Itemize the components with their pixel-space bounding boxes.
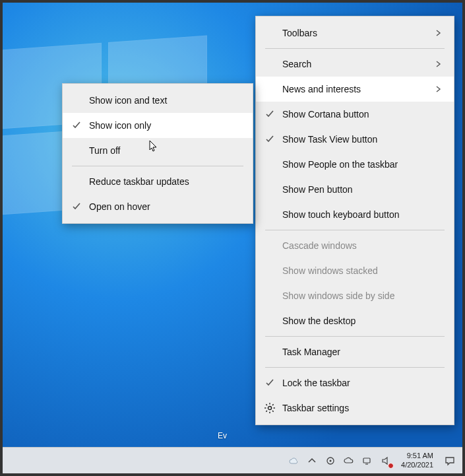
menu-label: Task Manager xyxy=(282,347,443,357)
menu-item-cortana[interactable]: Show Cortana button xyxy=(256,102,454,127)
separator xyxy=(265,336,445,337)
onedrive-icon[interactable] xyxy=(343,455,355,467)
menu-item-pen[interactable]: Show Pen button xyxy=(256,177,454,202)
clock-time: 9:51 AM xyxy=(401,452,433,460)
error-badge-icon xyxy=(388,463,394,469)
news-interests-submenu: Show icon and text Show icon only Turn o… xyxy=(62,83,253,224)
menu-label: Search xyxy=(282,59,427,69)
chevron-right-icon xyxy=(434,59,443,69)
chevron-right-icon xyxy=(434,85,443,94)
system-tray: 9:51 AM 4/20/2021 xyxy=(284,448,462,473)
menu-item-show-desktop[interactable]: Show the desktop xyxy=(256,308,454,333)
menu-item-cascade: Cascade windows xyxy=(256,233,454,258)
svg-point-2 xyxy=(330,459,332,461)
svg-rect-3 xyxy=(363,458,370,463)
menu-label: Show People on the taskbar xyxy=(282,159,443,170)
menu-label: Reduce taskbar updates xyxy=(89,176,242,187)
menu-label: Show touch keyboard button xyxy=(282,209,443,220)
watermark-text: Ev xyxy=(218,431,227,440)
svg-point-0 xyxy=(268,406,271,409)
menu-label: Toolbars xyxy=(282,28,427,38)
submenu-item-icon-text[interactable]: Show icon and text xyxy=(63,88,253,113)
action-center-icon[interactable] xyxy=(443,454,457,468)
menu-item-taskbar-settings[interactable]: Taskbar settings xyxy=(256,395,454,421)
menu-item-stacked: Show windows stacked xyxy=(256,258,454,283)
check-icon xyxy=(264,377,276,389)
gear-icon xyxy=(264,402,276,414)
volume-icon[interactable] xyxy=(380,455,392,467)
menu-item-task-manager[interactable]: Task Manager xyxy=(256,339,454,364)
menu-item-news-interests[interactable]: News and interests xyxy=(256,77,454,102)
menu-item-search[interactable]: Search xyxy=(256,51,454,77)
menu-label: Show windows stacked xyxy=(282,265,443,276)
menu-label: Open on hover xyxy=(89,201,242,212)
clock-date: 4/20/2021 xyxy=(401,461,433,469)
check-icon xyxy=(264,108,276,120)
check-icon xyxy=(71,119,82,131)
separator xyxy=(265,367,445,368)
network-icon[interactable] xyxy=(361,455,373,467)
menu-label: Lock the taskbar xyxy=(282,378,443,388)
menu-item-toolbars[interactable]: Toolbars xyxy=(256,20,454,46)
submenu-item-reduce-updates[interactable]: Reduce taskbar updates xyxy=(63,169,253,194)
menu-item-touch-keyboard[interactable]: Show touch keyboard button xyxy=(256,202,454,227)
menu-label: Show windows side by side xyxy=(282,290,443,301)
menu-label: Show Cortana button xyxy=(282,109,443,119)
menu-label: Show icon only xyxy=(89,120,242,131)
tray-expand-icon[interactable] xyxy=(306,455,318,467)
menu-item-people[interactable]: Show People on the taskbar xyxy=(256,152,454,177)
separator xyxy=(72,166,243,166)
menu-label: Taskbar settings xyxy=(282,403,443,413)
menu-label: Turn off xyxy=(89,145,242,156)
menu-label: Show the desktop xyxy=(282,316,443,326)
menu-item-taskview[interactable]: Show Task View button xyxy=(256,127,454,152)
menu-item-sidebyside: Show windows side by side xyxy=(256,283,454,308)
menu-label: Show Pen button xyxy=(282,184,443,195)
chevron-right-icon xyxy=(434,28,443,38)
taskbar-context-menu: Toolbars Search News and interests Show … xyxy=(255,16,454,425)
taskbar-clock[interactable]: 9:51 AM 4/20/2021 xyxy=(398,452,436,469)
menu-label: News and interests xyxy=(282,84,427,94)
menu-item-lock-taskbar[interactable]: Lock the taskbar xyxy=(256,370,454,395)
separator xyxy=(265,230,445,230)
submenu-item-icon-only[interactable]: Show icon only xyxy=(63,113,253,138)
taskbar[interactable]: 9:51 AM 4/20/2021 xyxy=(3,447,462,473)
weather-icon[interactable] xyxy=(288,455,299,467)
check-icon xyxy=(264,133,276,145)
mouse-cursor-icon xyxy=(149,140,158,153)
submenu-item-open-on-hover[interactable]: Open on hover xyxy=(63,194,253,219)
menu-label: Show Task View button xyxy=(282,134,443,145)
menu-label: Cascade windows xyxy=(282,240,443,251)
location-icon[interactable] xyxy=(325,455,336,467)
menu-label: Show icon and text xyxy=(89,95,242,106)
separator xyxy=(265,48,445,49)
check-icon xyxy=(71,201,82,213)
